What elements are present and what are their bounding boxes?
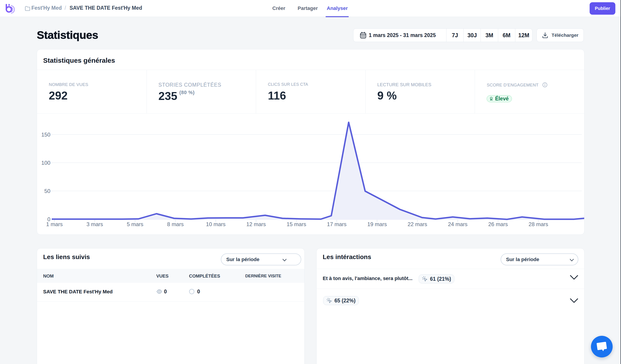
svg-text:15 mars: 15 mars [287, 221, 306, 227]
svg-text:26 mars: 26 mars [488, 221, 508, 227]
svg-text:8 mars: 8 mars [167, 221, 184, 227]
svg-text:12 mars: 12 mars [246, 221, 266, 227]
svg-text:150: 150 [41, 132, 50, 138]
svg-text:24 mars: 24 mars [448, 221, 468, 227]
svg-text:1 mars: 1 mars [46, 221, 63, 227]
svg-text:3 mars: 3 mars [86, 221, 103, 227]
svg-text:100: 100 [41, 160, 50, 166]
svg-text:28 mars: 28 mars [529, 221, 548, 227]
svg-text:17 mars: 17 mars [327, 221, 347, 227]
svg-text:50: 50 [44, 188, 50, 194]
svg-text:10 mars: 10 mars [206, 221, 225, 227]
svg-text:5 mars: 5 mars [127, 221, 143, 227]
svg-text:22 mars: 22 mars [408, 221, 427, 227]
svg-text:19 mars: 19 mars [367, 221, 387, 227]
